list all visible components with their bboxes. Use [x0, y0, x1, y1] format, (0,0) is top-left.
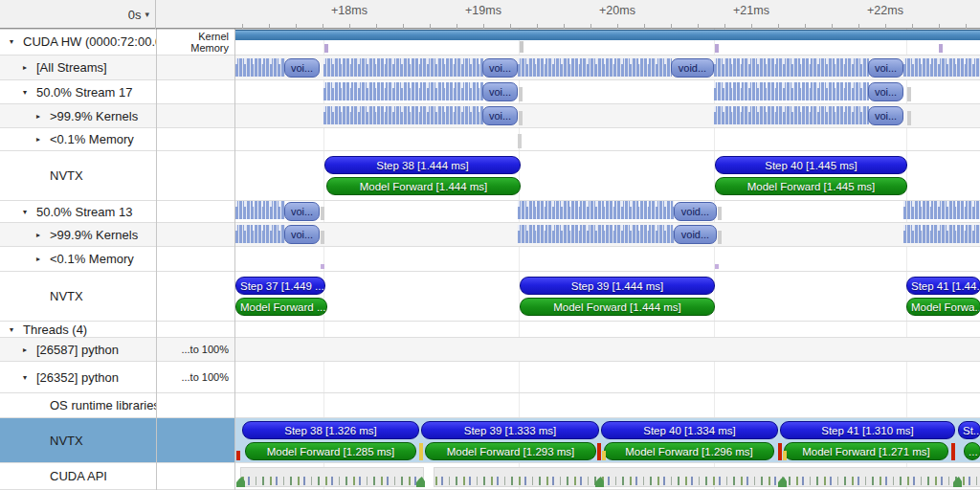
kernel-activity[interactable] [518, 58, 672, 77]
nvtx-forward-bar[interactable]: Model Forward [1.444 ms] [326, 177, 521, 195]
ruler-label: +18ms [331, 4, 368, 17]
sidebar-item-nvtx-thread[interactable]: NVTX [0, 418, 156, 462]
row-track-kernels17[interactable]: voi...voi... [235, 104, 980, 127]
cuda-api-band[interactable] [240, 467, 424, 487]
kernel-activity[interactable] [714, 58, 869, 77]
kernel-chip[interactable]: voi... [482, 82, 518, 101]
kernel-chip[interactable]: voi... [284, 58, 320, 78]
sidebar-item-py26352[interactable]: ▾[26352] python [0, 362, 156, 392]
kernel-chip[interactable]: voi... [868, 58, 903, 78]
nvtx-forward-bar[interactable]: Model Forward [1.285 ms] [245, 442, 416, 460]
nvtx-forward-bar[interactable]: Model Forward [1.271 ms] [784, 442, 948, 460]
sidebar-item-stream17[interactable]: ▾50.0% Stream 17 [0, 80, 156, 103]
nvtx-forward-bar[interactable]: Model Forward [1.293 ms] [425, 442, 596, 460]
nvtx-step-bar[interactable]: Step 38 [1.444 ms] [324, 156, 521, 174]
kernel-chip[interactable]: void... [674, 225, 717, 244]
row-track-stream13[interactable]: voi...void... [235, 201, 980, 222]
expand-caret-icon[interactable]: ▸ [36, 112, 50, 121]
kernel-chip[interactable]: voi... [482, 106, 518, 125]
sidebar-item-nvtx13[interactable]: NVTX [0, 272, 156, 321]
row-track-all-streams[interactable]: voi...voi...void...voi... [235, 56, 980, 79]
row-track-nvtx13[interactable]: Step 37 [1.449 ...Model Forward ...Step … [235, 272, 980, 321]
kernel-activity[interactable] [323, 58, 483, 77]
kernel-chip[interactable]: void... [674, 202, 717, 221]
nvtx-step-bar[interactable]: Step 37 [1.449 ... [235, 277, 325, 295]
row-track-stream17[interactable]: voi...voi... [235, 80, 980, 103]
event-mark [715, 44, 719, 53]
row-track-cuda-api[interactable] [235, 463, 980, 489]
sidebar-item-stream13[interactable]: ▾50.0% Stream 13 [0, 201, 156, 222]
kernel-chip[interactable]: voi... [868, 82, 903, 101]
sidebar-item-memory13[interactable]: ▸<0.1% Memory [0, 247, 156, 271]
row-track-osrt[interactable] [235, 393, 980, 417]
timeline-ruler: 0s ▾ +18ms+19ms+20ms+21ms+22ms [0, 0, 980, 29]
kernel-chip[interactable]: voi... [284, 202, 320, 221]
row-track-py26587[interactable] [235, 338, 980, 361]
nvtx-forward-bar[interactable]: Model Forward [1.444 ms] [520, 298, 715, 316]
cuda-api-band[interactable] [434, 467, 980, 487]
kernel-activity[interactable] [235, 201, 285, 219]
collapse-caret-icon[interactable]: ▾ [23, 88, 36, 97]
nvtx-step-bar[interactable]: Step 41 [1.310 ms] [780, 421, 955, 439]
kernel-activity[interactable] [323, 106, 483, 124]
kernel-activity[interactable] [714, 106, 869, 124]
sidebar-item-kernels17[interactable]: ▸>99.9% Kernels [0, 104, 156, 127]
sidebar-item-memory17[interactable]: ▸<0.1% Memory [0, 128, 156, 150]
kernel-activity[interactable] [235, 225, 285, 243]
collapse-caret-icon[interactable]: ▾ [23, 373, 36, 382]
nvtx-forward-bar[interactable]: Model Forward [1.296 ms] [604, 442, 774, 460]
row-track-memory13[interactable] [235, 247, 980, 271]
kernel-activity[interactable] [903, 58, 980, 77]
row-track-nvtx17[interactable]: Step 38 [1.444 ms]Model Forward [1.444 m… [235, 151, 980, 200]
sidebar-item-kernels13[interactable]: ▸>99.9% Kernels [0, 223, 156, 246]
nvtx-forward-bar[interactable]: Model Forward [1.445 ms] [715, 177, 907, 195]
expand-caret-icon[interactable]: ▸ [36, 255, 50, 263]
kernel-activity[interactable] [518, 201, 675, 219]
kernel-activity[interactable] [323, 82, 483, 100]
collapse-caret-icon[interactable]: ▾ [23, 208, 36, 216]
row-track-nvtx-thread[interactable]: Step 38 [1.326 ms]Step 39 [1.333 ms]Step… [235, 418, 980, 462]
sidebar-item-osrt[interactable]: OS runtime libraries [0, 393, 156, 417]
row-track-memory17[interactable] [235, 128, 980, 150]
kernel-chip[interactable]: voi... [868, 106, 903, 125]
expand-caret-icon[interactable]: ▸ [36, 135, 50, 144]
nvtx-step-bar[interactable]: Step 39 [1.444 ms] [520, 277, 715, 295]
row-track-threads[interactable] [235, 322, 980, 337]
nvtx-step-bar[interactable]: St... [958, 421, 980, 439]
kernel-chip[interactable]: voi... [284, 225, 320, 244]
nvtx-step-bar[interactable]: Step 39 [1.333 ms] [421, 421, 599, 439]
nvtx-step-bar[interactable]: Step 40 [1.334 ms] [601, 421, 778, 439]
timeline-divider[interactable] [234, 0, 235, 490]
collapse-caret-icon[interactable]: ▾ [10, 325, 23, 334]
row-track-kernels13[interactable]: voi...void... [235, 223, 980, 246]
sidebar-item-cuda-api[interactable]: CUDA API [0, 463, 156, 489]
nvtx-step-bar[interactable]: Step 38 [1.326 ms] [242, 421, 419, 439]
ruler-tick-area[interactable]: +18ms+19ms+20ms+21ms+22ms [235, 0, 980, 29]
kernel-activity[interactable] [518, 225, 675, 243]
expand-caret-icon[interactable]: ▸ [23, 345, 36, 354]
kernel-activity[interactable] [903, 201, 980, 219]
row-track-py26352[interactable] [235, 362, 980, 392]
sidebar-item-threads[interactable]: ▾Threads (4) [0, 322, 156, 337]
sidebar-item-cuda-hw[interactable]: ▾CUDA HW (0000:72:00.0 - [0, 29, 156, 55]
nsight-timeline-view: 0s ▾ +18ms+19ms+20ms+21ms+22ms ▾CUDA HW … [0, 0, 980, 490]
nvtx-forward-bar[interactable]: Model Forwa... [906, 298, 980, 316]
sidebar-item-all-streams[interactable]: ▸[All Streams] [0, 56, 156, 79]
event-mark [321, 207, 324, 220]
nvtx-forward-bar[interactable]: Model Forward ... [235, 298, 327, 316]
expand-caret-icon[interactable]: ▸ [36, 231, 50, 239]
collapse-caret-icon[interactable]: ▾ [10, 37, 23, 46]
nvtx-forward-bar[interactable]: ... [964, 442, 980, 460]
sidebar-item-nvtx17[interactable]: NVTX [0, 151, 156, 200]
sidebar-item-py26587[interactable]: ▸[26587] python [0, 338, 156, 361]
expand-caret-icon[interactable]: ▸ [23, 63, 36, 72]
nvtx-step-bar[interactable]: Step 41 [1.44... [906, 277, 980, 295]
kernel-activity[interactable] [903, 225, 980, 243]
kernel-activity[interactable] [235, 58, 285, 77]
kernel-activity[interactable] [714, 82, 869, 100]
kernel-chip[interactable]: void... [671, 58, 714, 78]
timeline-origin-dropdown[interactable]: 0s ▾ [0, 0, 156, 29]
row-track-cuda-hw[interactable] [235, 29, 980, 55]
nvtx-step-bar[interactable]: Step 40 [1.445 ms] [715, 156, 907, 174]
kernel-chip[interactable]: voi... [482, 58, 518, 78]
